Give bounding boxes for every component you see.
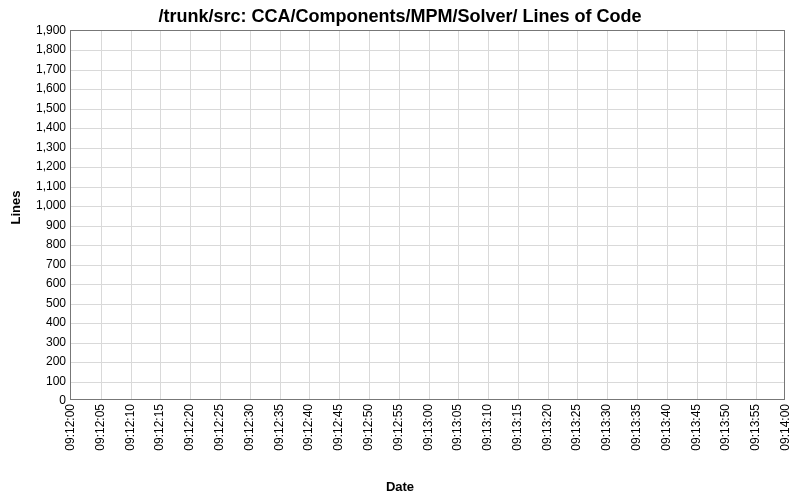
chart-container: /trunk/src: CCA/Components/MPM/Solver/ L…: [0, 0, 800, 500]
x-tick-label: 09:13:20: [540, 404, 554, 451]
y-tick-label: 1,300: [16, 140, 66, 154]
x-tick-label: 09:13:10: [480, 404, 494, 451]
y-tick-label: 1,100: [16, 179, 66, 193]
x-tick-label: 09:12:45: [331, 404, 345, 451]
gridline-h: [71, 167, 784, 168]
gridline-v: [220, 31, 221, 399]
gridline-v: [756, 31, 757, 399]
gridline-h: [71, 304, 784, 305]
gridline-h: [71, 109, 784, 110]
gridline-v: [399, 31, 400, 399]
gridline-v: [667, 31, 668, 399]
gridline-v: [429, 31, 430, 399]
x-tick-label: 09:12:20: [182, 404, 196, 451]
gridline-v: [131, 31, 132, 399]
y-tick-label: 1,200: [16, 159, 66, 173]
y-tick-label: 700: [16, 257, 66, 271]
y-tick-label: 1,000: [16, 198, 66, 212]
gridline-v: [369, 31, 370, 399]
gridline-v: [339, 31, 340, 399]
x-tick-label: 09:13:35: [629, 404, 643, 451]
y-tick-label: 0: [16, 393, 66, 407]
gridline-h: [71, 128, 784, 129]
gridline-v: [190, 31, 191, 399]
gridline-v: [160, 31, 161, 399]
y-tick-label: 100: [16, 374, 66, 388]
y-tick-label: 1,800: [16, 42, 66, 56]
x-tick-label: 09:13:00: [421, 404, 435, 451]
y-tick-label: 400: [16, 315, 66, 329]
gridline-v: [637, 31, 638, 399]
y-tick-label: 1,400: [16, 120, 66, 134]
gridline-h: [71, 187, 784, 188]
gridline-h: [71, 226, 784, 227]
x-tick-label: 09:13:30: [599, 404, 613, 451]
x-tick-label: 09:13:05: [450, 404, 464, 451]
x-tick-label: 09:13:50: [718, 404, 732, 451]
y-tick-label: 500: [16, 296, 66, 310]
gridline-h: [71, 265, 784, 266]
gridline-v: [518, 31, 519, 399]
y-tick-label: 1,500: [16, 101, 66, 115]
x-tick-label: 09:12:55: [391, 404, 405, 451]
x-tick-label: 09:12:40: [301, 404, 315, 451]
gridline-h: [71, 284, 784, 285]
y-tick-label: 800: [16, 237, 66, 251]
gridline-v: [101, 31, 102, 399]
gridline-h: [71, 362, 784, 363]
gridline-v: [488, 31, 489, 399]
x-tick-label: 09:13:55: [748, 404, 762, 451]
x-tick-label: 09:12:00: [63, 404, 77, 451]
x-tick-label: 09:13:15: [510, 404, 524, 451]
gridline-h: [71, 343, 784, 344]
x-tick-label: 09:12:15: [152, 404, 166, 451]
chart-title: /trunk/src: CCA/Components/MPM/Solver/ L…: [0, 6, 800, 27]
x-tick-label: 09:13:25: [569, 404, 583, 451]
gridline-v: [726, 31, 727, 399]
gridline-v: [280, 31, 281, 399]
x-tick-label: 09:12:35: [272, 404, 286, 451]
gridline-v: [458, 31, 459, 399]
x-tick-label: 09:12:50: [361, 404, 375, 451]
x-tick-label: 09:13:45: [689, 404, 703, 451]
gridline-h: [71, 206, 784, 207]
y-tick-label: 1,900: [16, 23, 66, 37]
gridline-v: [577, 31, 578, 399]
gridline-h: [71, 89, 784, 90]
gridline-v: [309, 31, 310, 399]
gridline-v: [548, 31, 549, 399]
y-tick-label: 600: [16, 276, 66, 290]
gridline-v: [697, 31, 698, 399]
y-tick-label: 300: [16, 335, 66, 349]
gridline-h: [71, 70, 784, 71]
gridline-h: [71, 382, 784, 383]
plot-area: [70, 30, 785, 400]
x-tick-label: 09:12:10: [123, 404, 137, 451]
x-tick-label: 09:12:30: [242, 404, 256, 451]
gridline-h: [71, 245, 784, 246]
gridline-v: [250, 31, 251, 399]
x-tick-label: 09:12:25: [212, 404, 226, 451]
x-tick-label: 09:12:05: [93, 404, 107, 451]
y-tick-label: 1,700: [16, 62, 66, 76]
y-tick-label: 1,600: [16, 81, 66, 95]
gridline-h: [71, 148, 784, 149]
y-tick-label: 900: [16, 218, 66, 232]
y-tick-label: 200: [16, 354, 66, 368]
gridline-v: [607, 31, 608, 399]
x-tick-label: 09:14:00: [778, 404, 792, 451]
x-axis-label: Date: [0, 479, 800, 494]
gridline-h: [71, 50, 784, 51]
gridline-h: [71, 323, 784, 324]
x-tick-label: 09:13:40: [659, 404, 673, 451]
